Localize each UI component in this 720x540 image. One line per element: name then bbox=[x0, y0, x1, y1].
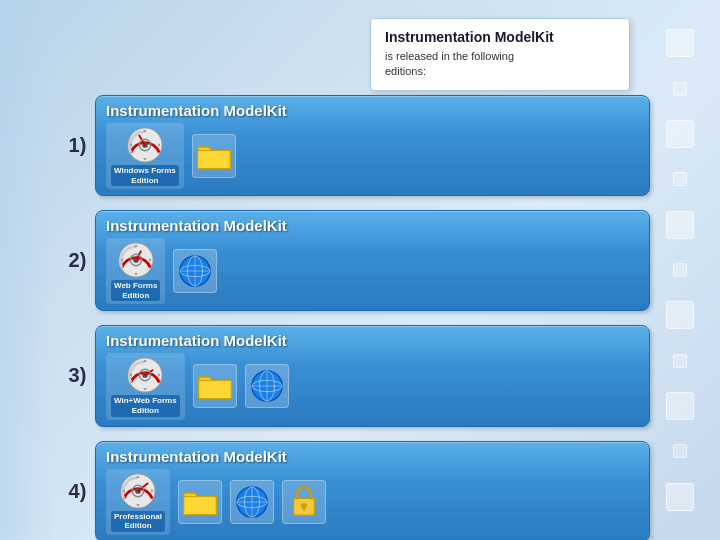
bg-sq-3 bbox=[666, 120, 694, 148]
card-title-1: Instrumentation ModelKit bbox=[106, 102, 639, 119]
lock-icon-4 bbox=[289, 485, 319, 519]
bg-sq-9 bbox=[666, 392, 694, 420]
edition-card-4: Instrumentation ModelKit bbox=[95, 441, 650, 540]
folder-icon-3 bbox=[197, 371, 233, 401]
svg-rect-36 bbox=[303, 505, 306, 510]
bg-sq-2 bbox=[673, 82, 687, 96]
speedometer-svg-3 bbox=[126, 356, 164, 394]
svg-rect-28 bbox=[184, 496, 216, 514]
speedometer-svg-4 bbox=[119, 472, 157, 510]
folder-icon-1 bbox=[196, 141, 232, 171]
globe-icon-box-2 bbox=[173, 249, 217, 293]
card-title-2: Instrumentation ModelKit bbox=[106, 217, 639, 234]
card-inner-3: Instrumentation ModelKit bbox=[106, 332, 639, 419]
card-title-3: Instrumentation ModelKit bbox=[106, 332, 639, 349]
bg-squares bbox=[650, 0, 710, 540]
folder-icon-4 bbox=[182, 487, 218, 517]
bg-sq-6 bbox=[673, 263, 687, 277]
badge-label-4: ProfessionalEdition bbox=[111, 511, 165, 532]
bg-sq-1 bbox=[666, 29, 694, 57]
badge-icon-4: ProfessionalEdition bbox=[106, 469, 170, 535]
edition-card-1: Instrumentation ModelKit bbox=[95, 95, 650, 196]
edition-card-2: Instrumentation ModelKit bbox=[95, 210, 650, 311]
card-icons-4: ProfessionalEdition bbox=[106, 469, 639, 535]
lock-icon-box-4 bbox=[282, 480, 326, 524]
folder-icon-box-1 bbox=[192, 134, 236, 178]
edition-row-4: 4) Instrumentation ModelKit bbox=[60, 441, 650, 540]
info-box: Instrumentation ModelKit is released in … bbox=[370, 18, 630, 91]
edition-row-2: 2) Instrumentation ModelKit bbox=[60, 210, 650, 311]
svg-rect-4 bbox=[198, 151, 230, 169]
bg-sq-7 bbox=[666, 301, 694, 329]
card-title-4: Instrumentation ModelKit bbox=[106, 448, 639, 465]
globe-icon-2 bbox=[178, 254, 212, 288]
info-line1: is released in the following bbox=[385, 50, 514, 62]
svg-rect-18 bbox=[198, 381, 230, 399]
badge-icon-3: Win+Web FormsEdition bbox=[106, 353, 185, 419]
bg-left-accent bbox=[0, 0, 55, 540]
speedometer-svg-2 bbox=[117, 241, 155, 279]
card-inner-4: Instrumentation ModelKit bbox=[106, 448, 639, 535]
globe-icon-3 bbox=[250, 369, 284, 403]
bg-sq-8 bbox=[673, 354, 687, 368]
main-content: 1) Instrumentation ModelKit bbox=[60, 95, 650, 540]
badge-icon-1: Windows FormsEdition bbox=[106, 123, 184, 189]
globe-icon-box-4 bbox=[230, 480, 274, 524]
row-number-2: 2) bbox=[60, 249, 95, 272]
card-inner-2: Instrumentation ModelKit bbox=[106, 217, 639, 304]
card-icons-3: Win+Web FormsEdition bbox=[106, 353, 639, 419]
badge-label-3: Win+Web FormsEdition bbox=[111, 395, 180, 416]
edition-card-3: Instrumentation ModelKit bbox=[95, 325, 650, 426]
info-line2: editions: bbox=[385, 65, 426, 77]
globe-icon-box-3 bbox=[245, 364, 289, 408]
card-icons-1: Windows FormsEdition bbox=[106, 123, 639, 189]
bg-sq-5 bbox=[666, 211, 694, 239]
info-box-text: is released in the following editions: bbox=[385, 49, 615, 80]
card-icons-2: Web FormsEdition bbox=[106, 238, 639, 304]
card-inner-1: Instrumentation ModelKit bbox=[106, 102, 639, 189]
badge-label-2: Web FormsEdition bbox=[111, 280, 160, 301]
bg-sq-10 bbox=[673, 444, 687, 458]
edition-row-3: 3) Instrumentation ModelKit bbox=[60, 325, 650, 426]
row-number-1: 1) bbox=[60, 134, 95, 157]
info-box-title: Instrumentation ModelKit bbox=[385, 29, 615, 45]
badge-label-1: Windows FormsEdition bbox=[111, 165, 179, 186]
row-number-3: 3) bbox=[60, 364, 95, 387]
row-number-4: 4) bbox=[60, 480, 95, 503]
edition-row-1: 1) Instrumentation ModelKit bbox=[60, 95, 650, 196]
bg-sq-4 bbox=[673, 172, 687, 186]
bg-sq-11 bbox=[666, 483, 694, 511]
folder-icon-box-4 bbox=[178, 480, 222, 524]
speedometer-svg-1 bbox=[126, 126, 164, 164]
badge-icon-2: Web FormsEdition bbox=[106, 238, 165, 304]
folder-icon-box-3 bbox=[193, 364, 237, 408]
globe-icon-4 bbox=[235, 485, 269, 519]
